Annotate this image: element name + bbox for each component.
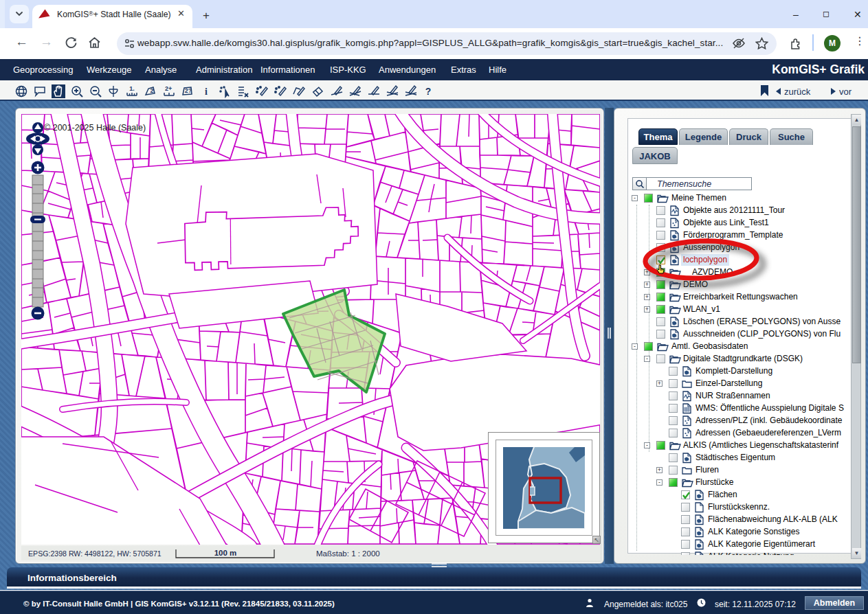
svg-text:2?: 2?	[185, 87, 192, 94]
svg-text:1.: 1.	[129, 85, 135, 92]
svg-text:?: ?	[425, 86, 432, 97]
svg-text:2+: 2+	[165, 85, 172, 92]
svg-text:100 m: 100 m	[214, 549, 237, 557]
svg-text:i: i	[205, 87, 208, 97]
svg-text:2: 2	[150, 87, 153, 94]
